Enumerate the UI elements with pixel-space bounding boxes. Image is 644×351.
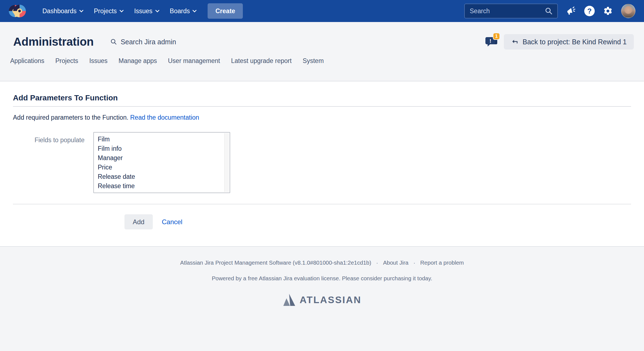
nav-issues[interactable]: Issues	[129, 0, 164, 22]
about-jira-link[interactable]: About Jira	[383, 259, 408, 266]
tab-issues[interactable]: Issues	[89, 57, 107, 72]
form-divider	[13, 204, 631, 204]
primary-nav: Dashboards Projects Issues Boards	[37, 0, 202, 22]
main-content: Add Parameters To Function Add required …	[0, 81, 644, 246]
search-input[interactable]	[470, 7, 545, 15]
listbox-option[interactable]: Release time	[98, 181, 223, 191]
atlassian-logo-icon	[282, 294, 296, 306]
page-title: Administration	[13, 35, 94, 48]
nav-projects[interactable]: Projects	[88, 0, 129, 22]
help-icon[interactable]: ?	[584, 6, 595, 16]
user-avatar[interactable]	[621, 4, 635, 18]
description-text: Add required parameters to the Function.	[13, 114, 128, 121]
atlassian-wordmark: ATLASSIAN	[300, 294, 362, 305]
navbar-right: ?	[464, 4, 635, 18]
return-arrow-icon	[511, 38, 519, 46]
tab-applications[interactable]: Applications	[10, 57, 44, 72]
admin-search[interactable]: Search Jira admin	[110, 38, 176, 46]
chevron-down-icon	[119, 8, 124, 12]
nav-projects-label: Projects	[94, 7, 117, 15]
admin-search-label: Search Jira admin	[121, 38, 176, 46]
listbox-option[interactable]: Release date	[98, 172, 223, 181]
listbox-option[interactable]: Manager	[98, 153, 223, 163]
fields-multiselect-listbox[interactable]: Film Film info Manager Price Release dat…	[93, 132, 230, 193]
create-button[interactable]: Create	[208, 3, 243, 19]
listbox-option[interactable]: Film info	[98, 144, 223, 153]
svg-text:!: !	[490, 38, 491, 44]
notification-count-badge: 1	[493, 33, 500, 40]
back-to-project-label: Back to project: Be Kind Rewind 1	[523, 38, 627, 46]
nav-dashboards-label: Dashboards	[42, 7, 77, 15]
section-heading: Add Parameters To Function	[13, 94, 631, 107]
admin-tabs: Applications Projects Issues Manage apps…	[0, 50, 644, 72]
report-problem-link[interactable]: Report a problem	[420, 259, 464, 266]
chevron-down-icon	[155, 8, 159, 12]
top-navbar: Dashboards Projects Issues Boards Create	[0, 0, 644, 22]
cancel-link[interactable]: Cancel	[162, 218, 183, 226]
tab-projects[interactable]: Projects	[55, 57, 78, 72]
admin-header-band: Administration Search Jira admin ! 1	[0, 22, 644, 81]
back-to-project-button[interactable]: Back to project: Be Kind Rewind 1	[504, 34, 634, 50]
notifications-bubble-icon[interactable]: ! 1	[483, 34, 499, 50]
nav-boards[interactable]: Boards	[164, 0, 202, 22]
footer-license-line: Powered by a free Atlassian Jira evaluat…	[0, 275, 644, 282]
announcements-icon[interactable]	[566, 6, 576, 16]
tab-latest-upgrade-report[interactable]: Latest upgrade report	[231, 57, 292, 72]
question-mark-icon: ?	[584, 6, 595, 16]
tab-system[interactable]: System	[303, 57, 324, 72]
jira-site-logo-icon[interactable]	[8, 4, 26, 18]
listbox-scrollbar[interactable]	[224, 133, 229, 192]
tab-manage-apps[interactable]: Manage apps	[119, 57, 157, 72]
fields-form-row: Fields to populate Film Film info Manage…	[13, 132, 631, 193]
form-actions: Add Cancel	[13, 214, 631, 229]
search-icon	[110, 38, 117, 45]
fields-to-populate-label: Fields to populate	[13, 132, 85, 193]
search-icon	[545, 7, 553, 15]
page-footer: Atlassian Jira Project Management Softwa…	[0, 246, 644, 351]
listbox-option[interactable]: Film	[98, 135, 223, 144]
chevron-down-icon	[192, 8, 197, 12]
chevron-down-icon	[79, 8, 84, 12]
listbox-option[interactable]: Price	[98, 163, 223, 172]
add-button[interactable]: Add	[124, 214, 153, 229]
atlassian-brand: ATLASSIAN	[0, 294, 644, 306]
nav-boards-label: Boards	[170, 7, 190, 15]
footer-version-line: Atlassian Jira Project Management Softwa…	[0, 247, 644, 266]
separator-dot: ·	[413, 259, 415, 266]
section-description: Add required parameters to the Function.…	[13, 114, 631, 121]
nav-issues-label: Issues	[134, 7, 152, 15]
version-text: Atlassian Jira Project Management Softwa…	[180, 259, 371, 266]
global-search-box[interactable]	[464, 4, 558, 18]
separator-dot: ·	[376, 259, 378, 266]
tab-user-management[interactable]: User management	[168, 57, 220, 72]
read-documentation-link[interactable]: Read the documentation	[130, 114, 199, 121]
settings-gear-icon[interactable]	[603, 6, 613, 16]
nav-dashboards[interactable]: Dashboards	[37, 0, 88, 22]
